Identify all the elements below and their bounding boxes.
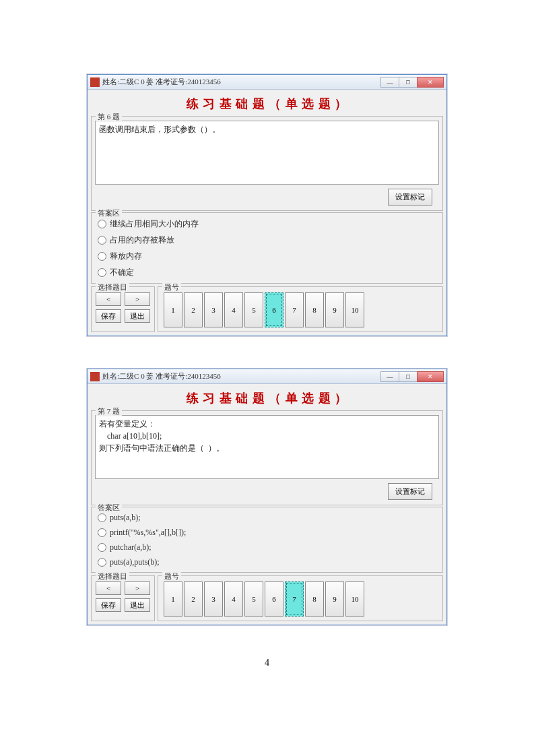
qnum-button-7[interactable]: 7 [285,581,304,617]
titlebar-text: 姓名:二级C 0 姜 准考证号:240123456 [102,77,381,87]
answer-option[interactable]: printf("%s,%s",a[],b[]); [98,528,436,538]
answer-label: 继续占用相同大小的内存 [110,218,199,230]
answer-label: 不确定 [110,267,134,278]
answer-option[interactable]: 释放内存 [98,251,436,262]
answer-option[interactable]: putchar(a,b); [98,542,436,553]
qnum-button-6[interactable]: 6 [265,292,283,327]
qnum-legend: 题号 [162,571,181,581]
radio-input[interactable] [98,543,106,552]
qnum-button-5[interactable]: 5 [244,581,263,617]
nav-legend: 选择题目 [96,282,129,292]
qnum-button-4[interactable]: 4 [224,292,243,327]
radio-input[interactable] [98,252,106,261]
question-text: 若有变量定义： char a[10],b[10]; 则下列语句中语法正确的是（ … [95,415,439,479]
nav-section: 选择题目 < > 保存 退出 [91,575,155,621]
qnum-button-2[interactable]: 2 [184,581,203,617]
answers-section: 答案区 继续占用相同大小的内存 占用的内存被释放 释放内存 不确定 [91,212,443,284]
question-legend: 第 6 题 [96,112,122,122]
app-body: 练 习 基 础 题 （ 单 选 题 ） 第 6 题 函数调用结束后，形式参数（）… [88,90,446,336]
exit-button[interactable]: 退出 [125,598,150,612]
radio-input[interactable] [98,236,106,245]
answer-label: puts(a),puts(b); [110,557,160,567]
qnum-button-3[interactable]: 3 [204,292,223,327]
qnum-legend: 题号 [162,282,181,292]
page-number: 4 [0,658,534,668]
answer-label: 占用的内存被释放 [110,234,174,246]
qnum-button-5[interactable]: 5 [244,292,263,327]
minimize-button[interactable]: — [380,371,399,382]
close-button[interactable]: ✕ [417,371,444,382]
app-body: 练 习 基 础 题 （ 单 选 题 ） 第 7 题 若有变量定义： char a… [88,384,446,625]
qnum-button-8[interactable]: 8 [305,581,324,617]
prev-button[interactable]: < [96,292,121,306]
question-section: 第 7 题 若有变量定义： char a[10],b[10]; 则下列语句中语法… [91,410,443,505]
answer-label: putchar(a,b); [110,542,152,553]
titlebar-text: 姓名:二级C 0 姜 准考证号:240123456 [102,371,381,381]
qnum-button-6[interactable]: 6 [265,581,283,617]
next-button[interactable]: > [125,292,150,306]
window-controls: — □ ✕ [381,371,444,382]
minimize-button[interactable]: — [380,77,399,88]
app-icon [90,372,100,381]
nav-section: 选择题目 < > 保存 退出 [91,286,155,332]
answer-label: printf("%s,%s",a[],b[]); [110,528,186,538]
qnum-button-2[interactable]: 2 [184,292,203,327]
qnum-button-10[interactable]: 10 [345,581,364,617]
qnum-button-10[interactable]: 10 [345,292,364,327]
qnum-section: 题号 12345678910 [158,575,443,621]
answer-option[interactable]: puts(a,b); [98,513,436,523]
mark-button[interactable]: 设置标记 [388,189,432,206]
exit-button[interactable]: 退出 [125,309,150,323]
qnum-button-9[interactable]: 9 [325,581,344,617]
question-legend: 第 7 题 [96,406,122,416]
close-button[interactable]: ✕ [417,77,444,88]
radio-input[interactable] [98,220,106,228]
answer-option[interactable]: 占用的内存被释放 [98,234,436,246]
answers-section: 答案区 puts(a,b); printf("%s,%s",a[],b[]); … [91,507,443,573]
qnum-button-1[interactable]: 1 [164,292,182,327]
answer-label: 释放内存 [110,251,142,262]
qnum-button-4[interactable]: 4 [224,581,243,617]
app-window-2: 姓名:二级C 0 姜 准考证号:240123456 — □ ✕ 练 习 基 础 … [87,369,447,625]
question-text: 函数调用结束后，形式参数（）。 [95,121,439,185]
qnum-row-1: 12345678910 [164,581,437,617]
radio-input[interactable] [98,558,106,567]
answer-option[interactable]: puts(a),puts(b); [98,557,436,567]
save-button[interactable]: 保存 [96,309,121,323]
qnum-button-7[interactable]: 7 [285,292,304,327]
nav-legend: 选择题目 [96,571,129,581]
window-controls: — □ ✕ [381,77,444,88]
answers-legend: 答案区 [96,503,122,513]
answer-label: puts(a,b); [110,513,141,523]
titlebar: 姓名:二级C 0 姜 准考证号:240123456 — □ ✕ [88,75,446,90]
qnum-section: 题号 12345678910 [158,286,443,332]
answers-legend: 答案区 [96,208,122,218]
prev-button[interactable]: < [96,581,121,595]
radio-input[interactable] [98,513,106,522]
app-icon [90,77,100,87]
maximize-button[interactable]: □ [399,77,418,88]
app-window-1: 姓名:二级C 0 姜 准考证号:240123456 — □ ✕ 练 习 基 础 … [87,74,447,336]
page-title: 练 习 基 础 题 （ 单 选 题 ） [90,92,444,115]
page-title: 练 习 基 础 题 （ 单 选 题 ） [90,386,444,409]
radio-input[interactable] [98,268,106,277]
qnum-button-8[interactable]: 8 [305,292,324,327]
save-button[interactable]: 保存 [96,598,121,612]
maximize-button[interactable]: □ [399,371,418,382]
radio-input[interactable] [98,528,106,537]
titlebar: 姓名:二级C 0 姜 准考证号:240123456 — □ ✕ [88,369,446,384]
answer-option[interactable]: 不确定 [98,267,436,278]
mark-button[interactable]: 设置标记 [388,483,432,500]
qnum-button-9[interactable]: 9 [325,292,344,327]
qnum-row-0: 12345678910 [164,292,437,327]
question-section: 第 6 题 函数调用结束后，形式参数（）。 设置标记 [91,116,443,211]
next-button[interactable]: > [125,581,150,595]
qnum-button-3[interactable]: 3 [204,581,223,617]
qnum-button-1[interactable]: 1 [164,581,182,617]
answer-option[interactable]: 继续占用相同大小的内存 [98,218,436,230]
